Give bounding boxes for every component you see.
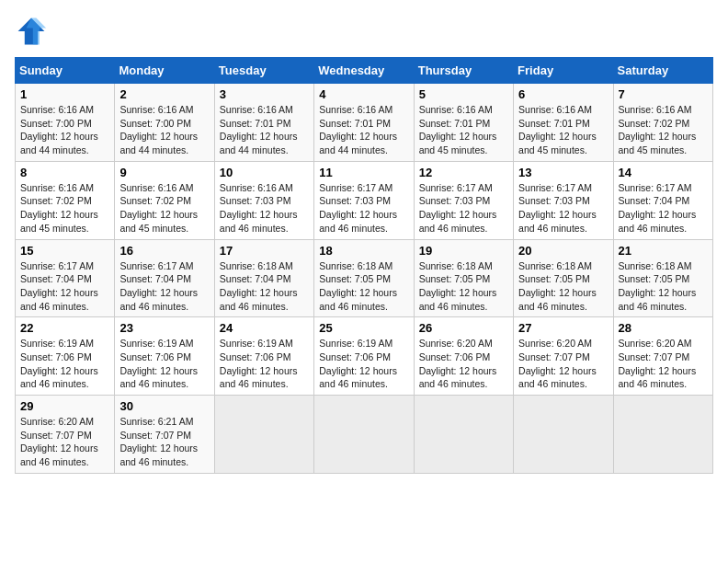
calendar-cell: 21Sunrise: 6:18 AM Sunset: 7:05 PM Dayli… xyxy=(613,239,712,317)
day-number: 19 xyxy=(419,244,508,258)
calendar-cell: 8Sunrise: 6:16 AM Sunset: 7:02 PM Daylig… xyxy=(16,161,115,239)
calendar-cell: 7Sunrise: 6:16 AM Sunset: 7:02 PM Daylig… xyxy=(613,84,712,162)
day-info: Sunrise: 6:16 AM Sunset: 7:02 PM Dayligh… xyxy=(619,103,708,157)
day-number: 24 xyxy=(220,321,309,335)
calendar-cell: 20Sunrise: 6:18 AM Sunset: 7:05 PM Dayli… xyxy=(514,239,613,317)
day-number: 11 xyxy=(319,166,408,179)
week-row-4: 22Sunrise: 6:19 AM Sunset: 7:06 PM Dayli… xyxy=(16,317,713,396)
day-info: Sunrise: 6:16 AM Sunset: 7:01 PM Dayligh… xyxy=(220,103,309,157)
day-info: Sunrise: 6:19 AM Sunset: 7:06 PM Dayligh… xyxy=(20,337,109,391)
week-row-3: 15Sunrise: 6:17 AM Sunset: 7:04 PM Dayli… xyxy=(16,239,713,317)
day-info: Sunrise: 6:16 AM Sunset: 7:02 PM Dayligh… xyxy=(20,181,109,236)
calendar-cell: 15Sunrise: 6:17 AM Sunset: 7:04 PM Dayli… xyxy=(16,239,115,317)
column-header-wednesday: Wednesday xyxy=(314,58,414,84)
day-info: Sunrise: 6:20 AM Sunset: 7:07 PM Dayligh… xyxy=(619,337,708,391)
day-info: Sunrise: 6:21 AM Sunset: 7:07 PM Dayligh… xyxy=(119,415,209,469)
week-row-2: 8Sunrise: 6:16 AM Sunset: 7:02 PM Daylig… xyxy=(16,161,713,239)
day-info: Sunrise: 6:17 AM Sunset: 7:03 PM Dayligh… xyxy=(518,181,608,236)
calendar-cell: 10Sunrise: 6:16 AM Sunset: 7:03 PM Dayli… xyxy=(214,161,313,239)
day-number: 8 xyxy=(20,166,109,179)
day-info: Sunrise: 6:18 AM Sunset: 7:05 PM Dayligh… xyxy=(419,259,508,314)
calendar-cell: 4Sunrise: 6:16 AM Sunset: 7:01 PM Daylig… xyxy=(314,84,414,162)
day-number: 3 xyxy=(220,87,309,101)
day-info: Sunrise: 6:18 AM Sunset: 7:04 PM Dayligh… xyxy=(220,259,309,314)
day-info: Sunrise: 6:18 AM Sunset: 7:05 PM Dayligh… xyxy=(319,259,408,314)
day-number: 2 xyxy=(119,87,209,101)
day-info: Sunrise: 6:17 AM Sunset: 7:04 PM Dayligh… xyxy=(619,181,708,236)
day-number: 12 xyxy=(419,166,508,179)
calendar-cell: 3Sunrise: 6:16 AM Sunset: 7:01 PM Daylig… xyxy=(214,84,313,162)
calendar-cell: 16Sunrise: 6:17 AM Sunset: 7:04 PM Dayli… xyxy=(115,239,214,317)
calendar-cell: 17Sunrise: 6:18 AM Sunset: 7:04 PM Dayli… xyxy=(214,239,313,317)
page-header xyxy=(15,15,713,48)
day-number: 23 xyxy=(119,321,209,335)
day-number: 20 xyxy=(518,244,608,258)
day-info: Sunrise: 6:20 AM Sunset: 7:07 PM Dayligh… xyxy=(518,337,608,391)
logo-icon xyxy=(15,15,48,48)
calendar-cell: 13Sunrise: 6:17 AM Sunset: 7:03 PM Dayli… xyxy=(514,161,613,239)
calendar-table: SundayMondayTuesdayWednesdayThursdayFrid… xyxy=(15,57,713,474)
calendar-cell: 26Sunrise: 6:20 AM Sunset: 7:06 PM Dayli… xyxy=(414,317,513,396)
day-info: Sunrise: 6:16 AM Sunset: 7:01 PM Dayligh… xyxy=(518,103,608,157)
day-info: Sunrise: 6:17 AM Sunset: 7:03 PM Dayligh… xyxy=(319,181,408,236)
day-number: 16 xyxy=(119,244,209,258)
calendar-cell: 28Sunrise: 6:20 AM Sunset: 7:07 PM Dayli… xyxy=(613,317,712,396)
calendar-cell: 25Sunrise: 6:19 AM Sunset: 7:06 PM Dayli… xyxy=(314,317,414,396)
calendar-cell: 12Sunrise: 6:17 AM Sunset: 7:03 PM Dayli… xyxy=(414,161,513,239)
calendar-cell: 9Sunrise: 6:16 AM Sunset: 7:02 PM Daylig… xyxy=(115,161,214,239)
day-info: Sunrise: 6:19 AM Sunset: 7:06 PM Dayligh… xyxy=(119,337,209,391)
day-number: 15 xyxy=(20,244,109,258)
week-row-1: 1Sunrise: 6:16 AM Sunset: 7:00 PM Daylig… xyxy=(16,84,713,162)
day-number: 29 xyxy=(20,399,109,413)
day-number: 5 xyxy=(419,87,508,101)
calendar-cell: 27Sunrise: 6:20 AM Sunset: 7:07 PM Dayli… xyxy=(514,317,613,396)
column-header-friday: Friday xyxy=(514,58,613,84)
calendar-cell: 5Sunrise: 6:16 AM Sunset: 7:01 PM Daylig… xyxy=(414,84,513,162)
day-info: Sunrise: 6:17 AM Sunset: 7:04 PM Dayligh… xyxy=(20,259,109,314)
day-number: 27 xyxy=(518,321,608,335)
calendar-cell xyxy=(613,396,712,474)
day-number: 7 xyxy=(619,87,708,101)
day-number: 9 xyxy=(119,166,209,179)
calendar-cell: 24Sunrise: 6:19 AM Sunset: 7:06 PM Dayli… xyxy=(214,317,313,396)
day-info: Sunrise: 6:16 AM Sunset: 7:00 PM Dayligh… xyxy=(119,103,209,157)
day-number: 17 xyxy=(220,244,309,258)
calendar-cell: 29Sunrise: 6:20 AM Sunset: 7:07 PM Dayli… xyxy=(16,396,115,474)
column-header-sunday: Sunday xyxy=(16,58,115,84)
day-number: 4 xyxy=(319,87,408,101)
calendar-cell: 14Sunrise: 6:17 AM Sunset: 7:04 PM Dayli… xyxy=(613,161,712,239)
calendar-cell: 18Sunrise: 6:18 AM Sunset: 7:05 PM Dayli… xyxy=(314,239,414,317)
day-info: Sunrise: 6:16 AM Sunset: 7:01 PM Dayligh… xyxy=(419,103,508,157)
header-row: SundayMondayTuesdayWednesdayThursdayFrid… xyxy=(16,58,713,84)
calendar-cell xyxy=(314,396,414,474)
column-header-monday: Monday xyxy=(115,58,214,84)
day-number: 28 xyxy=(619,321,708,335)
calendar-cell: 19Sunrise: 6:18 AM Sunset: 7:05 PM Dayli… xyxy=(414,239,513,317)
calendar-cell: 22Sunrise: 6:19 AM Sunset: 7:06 PM Dayli… xyxy=(16,317,115,396)
day-info: Sunrise: 6:16 AM Sunset: 7:03 PM Dayligh… xyxy=(220,181,309,236)
day-info: Sunrise: 6:17 AM Sunset: 7:04 PM Dayligh… xyxy=(119,259,209,314)
calendar-cell: 6Sunrise: 6:16 AM Sunset: 7:01 PM Daylig… xyxy=(514,84,613,162)
day-number: 25 xyxy=(319,321,408,335)
column-header-thursday: Thursday xyxy=(414,58,513,84)
day-number: 26 xyxy=(419,321,508,335)
day-number: 10 xyxy=(220,166,309,179)
day-number: 18 xyxy=(319,244,408,258)
calendar-cell: 23Sunrise: 6:19 AM Sunset: 7:06 PM Dayli… xyxy=(115,317,214,396)
day-info: Sunrise: 6:16 AM Sunset: 7:01 PM Dayligh… xyxy=(319,103,408,157)
day-info: Sunrise: 6:19 AM Sunset: 7:06 PM Dayligh… xyxy=(319,337,408,391)
day-number: 22 xyxy=(20,321,109,335)
calendar-cell: 30Sunrise: 6:21 AM Sunset: 7:07 PM Dayli… xyxy=(115,396,214,474)
calendar-cell xyxy=(214,396,313,474)
day-number: 6 xyxy=(518,87,608,101)
calendar-cell: 1Sunrise: 6:16 AM Sunset: 7:00 PM Daylig… xyxy=(16,84,115,162)
day-info: Sunrise: 6:18 AM Sunset: 7:05 PM Dayligh… xyxy=(518,259,608,314)
day-number: 14 xyxy=(619,166,708,179)
day-info: Sunrise: 6:20 AM Sunset: 7:07 PM Dayligh… xyxy=(20,415,109,469)
calendar-cell xyxy=(414,396,513,474)
day-info: Sunrise: 6:20 AM Sunset: 7:06 PM Dayligh… xyxy=(419,337,508,391)
day-number: 13 xyxy=(518,166,608,179)
day-number: 21 xyxy=(619,244,708,258)
logo xyxy=(15,15,51,48)
week-row-5: 29Sunrise: 6:20 AM Sunset: 7:07 PM Dayli… xyxy=(16,396,713,474)
